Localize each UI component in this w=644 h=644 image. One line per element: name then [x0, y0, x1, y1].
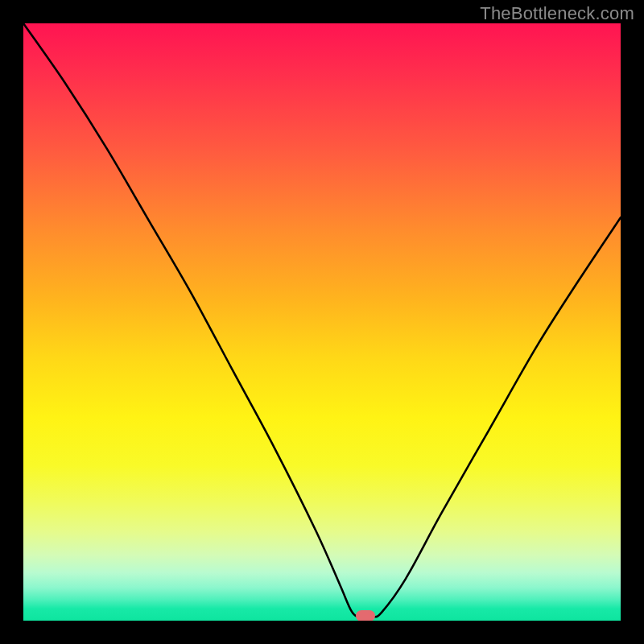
- bottleneck-marker: [356, 610, 375, 621]
- bottleneck-curve: [23, 23, 621, 621]
- attribution-label: TheBottleneck.com: [480, 3, 634, 24]
- chart-frame: TheBottleneck.com: [0, 0, 644, 644]
- plot-area: [23, 23, 621, 621]
